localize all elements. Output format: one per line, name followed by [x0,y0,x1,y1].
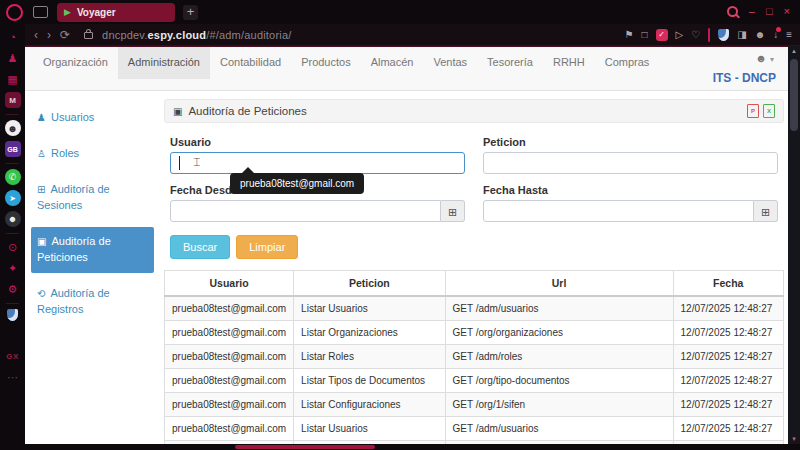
profile-icon[interactable]: ☻ [755,29,766,41]
peticion-input[interactable] [483,152,778,174]
usuario-input[interactable]: ⌶ [170,152,465,174]
search-icon[interactable] [727,6,738,17]
gx-corner-icon[interactable]: ◔ [5,29,21,45]
text-caret [179,156,180,170]
adblock-shield-icon[interactable] [7,309,18,321]
column-header-url[interactable]: Url [445,271,673,297]
table-cell: GET /org/organizaciones [445,321,673,345]
url-text[interactable]: dncpdev.espy.cloud/#/adm/auditoria/ [102,29,291,41]
table-row[interactable]: prueba08test@gmail.comListar Organizacio… [165,321,784,345]
nav-item-productos[interactable]: Productos [291,47,361,79]
scrollbar-thumb[interactable] [790,59,798,131]
gx-themes-icon[interactable]: ✦ [5,260,21,276]
sidebar-item-auditor-a-de-peticiones[interactable]: ▣Auditoría de Peticiones [31,227,154,273]
whatsapp-icon[interactable]: ✆ [5,169,21,185]
column-header-fecha[interactable]: Fecha [673,271,783,297]
lucid-mode-icon[interactable]: ✓ [656,29,668,41]
gx-mods-icon[interactable]: ♟ [5,50,21,66]
overflow-dots-icon[interactable]: ⋯ [5,369,21,385]
sidebar-item-usuarios[interactable]: ♟Usuarios [31,103,154,133]
minimize-button[interactable]: – [749,4,755,18]
back-button[interactable]: ‹ [34,28,38,42]
maximize-button[interactable]: □ [766,4,773,18]
pin-icon[interactable]: ⚑ [624,29,633,41]
apps-grid-icon[interactable]: ▦ [5,71,21,87]
tab-title: Voyager [77,7,116,18]
snapshot-icon[interactable]: □ [641,29,647,41]
table-row[interactable]: prueba08test@gmail.comListar Configuraci… [165,393,784,417]
m-badge-icon[interactable]: M [5,92,21,108]
history-clock-icon[interactable]: ⊙ [5,239,21,255]
sidebar-item-label: Auditoría de Sesiones [37,183,110,211]
settings-gear-icon[interactable]: ⚙ [5,281,21,297]
sidebar-item-roles[interactable]: ♙Roles [31,139,154,169]
table-row[interactable]: prueba08test@gmail.comListar Tipos de Do… [165,369,784,393]
fecha-desde-input[interactable] [170,200,441,222]
sidebar-item-label: Usuarios [51,111,94,123]
close-button[interactable]: × [784,4,790,18]
nav-item-almac-n[interactable]: Almacén [361,47,424,79]
table-cell: GET /adm/roles [445,345,673,369]
sidebar-item-auditor-a-de-registros[interactable]: ⟲Auditoría de Registros [31,279,154,325]
export-pdf-icon[interactable]: P [747,104,759,118]
column-header-peticion[interactable]: Peticion [294,271,445,297]
table-row[interactable]: prueba08test@gmail.comListar UsuariosGET… [165,296,784,321]
nav-item-rrhh[interactable]: RRHH [543,47,595,79]
panels-icon[interactable]: ◨ [737,29,746,41]
fecha-hasta-label: Fecha Hasta [483,184,778,196]
player-icon[interactable]: ▷ [676,29,684,41]
scroll-down-arrow-icon[interactable]: ▼ [788,436,800,442]
table-row[interactable]: prueba08test@gmail.comListar UsuariosGET… [165,417,784,441]
app-top-navbar: OrganizaciónAdministraciónContabilidadPr… [25,47,788,91]
url-path: /#/adm/auditoria/ [206,29,291,41]
nav-item-contabilidad[interactable]: Contabilidad [210,47,291,79]
nav-item-ventas[interactable]: Ventas [423,47,477,79]
notification-dot [776,27,781,32]
table-row[interactable]: prueba08test@gmail.comListar RolesGET /a… [165,345,784,369]
telegram-icon[interactable]: ➤ [5,190,21,206]
table-header-row: UsuarioPeticionUrlFecha [165,271,784,297]
scroll-up-arrow-icon[interactable]: ▲ [788,48,800,54]
new-tab-button[interactable]: + [183,5,198,20]
discord-icon[interactable]: ☻ [5,211,21,227]
table-cell: 12/07/2025 12:48:27 [673,393,783,417]
table-cell: prueba08test@gmail.com [165,345,294,369]
gb-badge-icon[interactable]: GB [5,141,21,157]
table-cell: Listar Usuarios [294,296,445,321]
table-cell: GET /org/tipo-documentos [445,369,673,393]
sidebar-item-label: Auditoría de Registros [37,287,110,315]
buscar-button[interactable]: Buscar [170,235,230,259]
browser-tab[interactable]: ▶ Voyager [57,3,175,22]
user-menu[interactable]: ☻ ▾ [755,52,774,64]
gx-logo[interactable]: GX [5,348,21,364]
opera-gx-logo-icon[interactable] [6,4,23,21]
app-sidebar: ♟Usuarios♙Roles⊞Auditoría de Sesiones▣Au… [25,91,160,445]
page-scrollbar[interactable]: ▲ ▼ [788,46,800,444]
forward-button[interactable]: › [47,28,51,42]
workspace-icon[interactable] [33,6,48,18]
downloads-icon[interactable]: ↓ [773,29,778,41]
table-cell: prueba08test@gmail.com [165,296,294,321]
reload-button[interactable]: ⟳ [60,28,70,42]
lock-icon[interactable] [84,32,93,39]
column-header-usuario[interactable]: Usuario [165,271,294,297]
nav-item-tesorer-a[interactable]: Tesorería [477,47,543,79]
nav-item-administraci-n[interactable]: Administración [118,47,210,79]
calendar-icon[interactable]: ⊞ [441,200,465,222]
favorites-heart-icon[interactable]: ♡ [691,29,700,41]
divider [6,233,19,234]
fecha-hasta-input[interactable] [483,200,754,222]
limpiar-button[interactable]: Limpiar [236,235,298,259]
pinned-app-icon[interactable]: ☻ [5,120,21,136]
brand-label: ITS - DNCP [713,71,776,85]
sidebar-item-auditor-a-de-sesiones[interactable]: ⊞Auditoría de Sesiones [31,175,154,221]
extension-shield-icon[interactable] [718,29,729,41]
menu-icon[interactable]: ≡ [786,29,792,41]
nav-item-compras[interactable]: Compras [595,47,660,79]
table-cell: prueba08test@gmail.com [165,393,294,417]
table-cell: prueba08test@gmail.com [165,321,294,345]
export-excel-icon[interactable]: X [763,104,775,118]
calendar-icon[interactable]: ⊞ [754,200,778,222]
user-icon: ☻ [755,52,767,64]
nav-item-organizaci-n[interactable]: Organización [33,47,118,79]
